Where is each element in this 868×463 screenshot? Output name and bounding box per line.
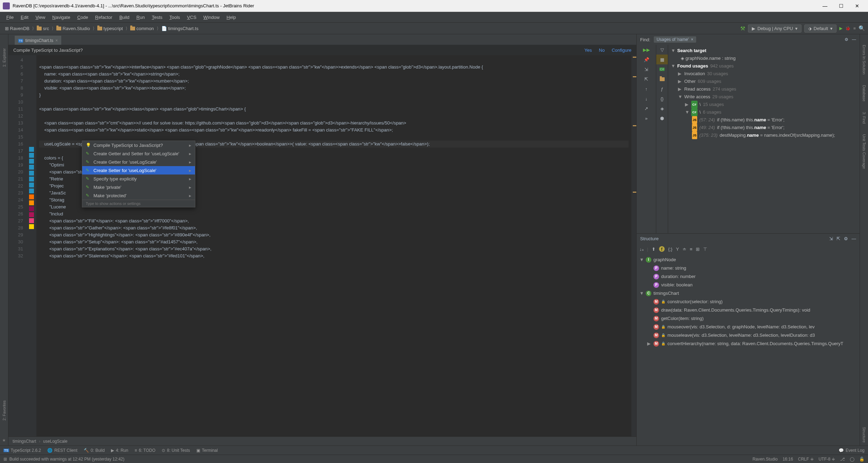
structure-row[interactable]: ▼CtimingsChart bbox=[639, 289, 857, 298]
rest-client[interactable]: 🌐 REST Client bbox=[47, 448, 77, 453]
structure-row[interactable]: MgetColor(item: string) bbox=[639, 314, 857, 323]
pin-icon[interactable]: 📌 bbox=[637, 55, 656, 64]
structure-row[interactable]: Pvisible: boolean bbox=[639, 281, 857, 289]
menu-build[interactable]: Build bbox=[116, 15, 133, 20]
banner-no[interactable]: No bbox=[599, 48, 605, 53]
find-result-row[interactable]: ▶Other 609 usages bbox=[671, 78, 857, 85]
filter-icon[interactable]: ▽ bbox=[656, 45, 668, 55]
minimap[interactable] bbox=[631, 55, 636, 436]
close-icon[interactable]: × bbox=[55, 38, 58, 43]
minimize-button[interactable]: — bbox=[817, 1, 833, 11]
editor-breadcrumbs[interactable]: timingsChart › useLogScale bbox=[8, 436, 636, 446]
close-button[interactable]: ✕ bbox=[849, 1, 865, 11]
menu-navigate[interactable]: Navigate bbox=[49, 15, 74, 20]
git-icon[interactable]: ⎇ bbox=[840, 457, 845, 462]
status-project[interactable]: Raven.Studio bbox=[752, 457, 778, 462]
structure-row[interactable]: M🔒mouseleave(vis: d3.Selection, levelNam… bbox=[639, 331, 857, 340]
debug-icon[interactable]: 🐞 bbox=[845, 26, 850, 31]
menu-window[interactable]: Window bbox=[200, 15, 223, 20]
intention-item[interactable]: ✎Create Getter and Setter for 'useLogSca… bbox=[82, 149, 195, 158]
vcs-icon[interactable]: ◈ bbox=[656, 104, 668, 113]
group-icon[interactable]: ▦ bbox=[656, 55, 668, 64]
errors-tool[interactable]: Errors In Solution bbox=[862, 45, 866, 74]
structure-row[interactable]: ▼IgraphNode bbox=[639, 256, 857, 264]
menu-edit[interactable]: Edit bbox=[17, 15, 32, 20]
t3-icon[interactable]: ≡ bbox=[690, 247, 693, 252]
breadcrumb-item[interactable]: 📄 timingsChart.ts bbox=[159, 26, 201, 31]
up-icon[interactable]: ↑ bbox=[637, 84, 656, 94]
minimize-icon[interactable]: — bbox=[852, 37, 856, 42]
run-config-combo[interactable]: ▶ Debug | Any CPU ▾ bbox=[748, 24, 802, 33]
menu-view[interactable]: View bbox=[32, 15, 49, 20]
expand-all-icon[interactable]: ⇲ bbox=[829, 236, 833, 241]
find-result-row[interactable]: ▼Write access 29 usages bbox=[671, 93, 857, 101]
event-log[interactable]: 💬 Event Log bbox=[839, 448, 864, 453]
build-tool[interactable]: 🔨 0: Build bbox=[84, 448, 105, 453]
t4-icon[interactable]: ⊞ bbox=[696, 247, 700, 252]
close-icon[interactable]: × bbox=[691, 37, 693, 42]
banner-yes[interactable]: Yes bbox=[584, 48, 592, 53]
menu-help[interactable]: Help bbox=[223, 15, 239, 20]
cs-icon[interactable]: C# bbox=[656, 64, 668, 74]
find-result-row[interactable]: ▶Invocation 30 usages bbox=[671, 70, 857, 78]
t5-icon[interactable]: ⊤ bbox=[703, 247, 707, 252]
menu-run[interactable]: Run bbox=[133, 15, 148, 20]
menu-refactor[interactable]: Refactor bbox=[92, 15, 116, 20]
database-tool[interactable]: Database bbox=[862, 85, 866, 101]
inspection-icon[interactable]: ◯ bbox=[850, 457, 854, 462]
find-result-row[interactable]: JS(375: 23)destMapping.name = names.inde… bbox=[671, 131, 857, 139]
find-tool[interactable]: 3: Find bbox=[862, 112, 866, 124]
structure-row[interactable]: Pduration: number bbox=[639, 272, 857, 281]
ts-version[interactable]: TSTypeScript 2.6.2 bbox=[4, 448, 41, 453]
menu-tests[interactable]: Tests bbox=[148, 15, 166, 20]
star-icon[interactable]: ★ bbox=[2, 438, 6, 443]
intention-item[interactable]: 💡Compile TypeScript to JavaScript?▸ bbox=[82, 141, 195, 149]
gear-icon[interactable]: ⚙ bbox=[844, 236, 848, 241]
find-result-row[interactable]: ▼C#\ 6 usages bbox=[671, 108, 857, 116]
stop-icon[interactable]: ■ bbox=[853, 26, 856, 31]
intention-item[interactable]: ✎Create Getter for 'useLogScale'▸ bbox=[82, 158, 195, 166]
status-lineend[interactable]: CRLF ≑ bbox=[798, 457, 814, 462]
crumb-member[interactable]: useLogScale bbox=[43, 439, 67, 444]
find-tab[interactable]: Usages of 'name' × bbox=[654, 36, 696, 43]
status-position[interactable]: 16:16 bbox=[783, 457, 793, 462]
down-icon[interactable]: ↓ bbox=[637, 94, 656, 104]
run-icon[interactable]: ▶ bbox=[839, 26, 842, 31]
t1-icon[interactable]: Y bbox=[676, 247, 679, 252]
explorer-tool[interactable]: 1: Explorer bbox=[2, 48, 6, 67]
breadcrumb-item[interactable]: common bbox=[128, 26, 156, 31]
unittests-tool[interactable]: ⊙ 8: Unit Tests bbox=[162, 448, 190, 453]
minimize-icon[interactable]: — bbox=[852, 236, 856, 241]
structure-row[interactable]: Pname: string bbox=[639, 264, 857, 272]
terminal-tool[interactable]: ▣ Terminal bbox=[196, 448, 218, 453]
sort-icon[interactable]: ↓ₐ bbox=[639, 247, 644, 252]
folder-icon[interactable] bbox=[656, 74, 668, 84]
collapse-all-icon[interactable]: ⇱ bbox=[836, 236, 840, 241]
expand-icon[interactable]: ⇲ bbox=[637, 64, 656, 74]
find-result-row[interactable]: ▶C#\ 15 usages bbox=[671, 101, 857, 108]
structure-tool[interactable]: Structure bbox=[862, 427, 866, 443]
t2-icon[interactable]: ≐ bbox=[682, 247, 686, 252]
inherit-icon[interactable]: ⬆ bbox=[652, 247, 656, 252]
menu-code[interactable]: Code bbox=[74, 15, 92, 20]
structure-row[interactable]: ▶M🔒convertHierarchy(name: string, data: … bbox=[639, 340, 857, 348]
breadcrumb-item[interactable]: ⊞ RavenDB bbox=[3, 26, 31, 31]
status-encoding[interactable]: UTF-8 ≑ bbox=[819, 457, 835, 462]
coverage-tool[interactable]: Unit Tests Coverage bbox=[862, 134, 866, 169]
tab-timingschart[interactable]: TS timingsChart.ts × bbox=[15, 36, 61, 45]
export-icon[interactable]: ↗ bbox=[637, 104, 656, 113]
favorites-tool[interactable]: 2: Favorites bbox=[2, 400, 6, 420]
intention-item[interactable]: ✎Create Setter for 'useLogScale'▸ bbox=[82, 166, 195, 174]
rerun-icon[interactable]: ▶▶ bbox=[637, 45, 656, 55]
cube-icon[interactable]: ⬢ bbox=[656, 113, 668, 123]
menu-tools[interactable]: Tools bbox=[166, 15, 183, 20]
find-result-row[interactable]: ▶Read access 274 usages bbox=[671, 85, 857, 93]
code-editor[interactable]: 4567891011121314151617181920212223242526… bbox=[8, 55, 636, 436]
member-icon[interactable]: ƒ bbox=[656, 84, 668, 94]
fields-icon[interactable]: f bbox=[659, 246, 665, 252]
run-tool[interactable]: ▶ 4: Run bbox=[111, 448, 128, 453]
gear-icon[interactable]: ⚙ bbox=[845, 37, 848, 42]
crumb-class[interactable]: timingsChart bbox=[13, 439, 36, 444]
menu-vcs[interactable]: VCS bbox=[183, 15, 200, 20]
todo-tool[interactable]: ≡ 6: TODO bbox=[134, 448, 155, 453]
